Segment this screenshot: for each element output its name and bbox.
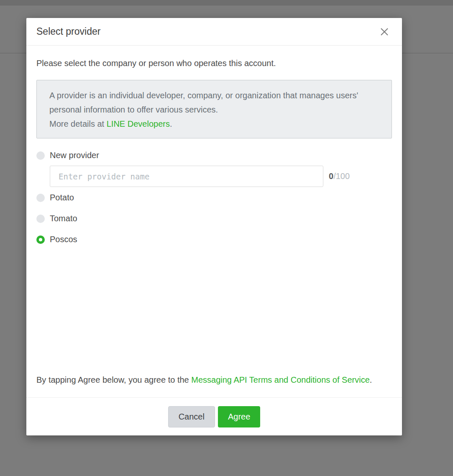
option-new-provider[interactable]: New provider	[36, 151, 392, 160]
option-label: New provider	[50, 151, 99, 160]
char-counter: 0/100	[329, 171, 350, 181]
terms-text: By tapping Agree below, you agree to the…	[36, 373, 392, 387]
agree-button[interactable]: Agree	[218, 406, 260, 427]
char-count-current: 0	[329, 171, 333, 181]
dialog-body: Please select the company or person who …	[26, 46, 402, 397]
provider-info-more: More details at LINE Developers.	[49, 117, 379, 131]
line-developers-link[interactable]: LINE Developers	[107, 119, 170, 128]
provider-name-input[interactable]	[50, 166, 323, 187]
provider-info-box: A provider is an individual developer, c…	[36, 80, 392, 138]
provider-info-text: A provider is an individual developer, c…	[49, 88, 379, 117]
dimmed-page-header-band	[0, 0, 453, 5]
option-label: Poscos	[50, 235, 77, 244]
select-provider-dialog: Select provider Please select the compan…	[26, 18, 402, 435]
radio-unselected-icon[interactable]	[36, 194, 45, 202]
cancel-button[interactable]: Cancel	[168, 406, 215, 427]
dialog-title: Select provider	[36, 26, 100, 37]
close-icon[interactable]	[379, 26, 390, 38]
option-label: Potato	[50, 193, 74, 202]
dialog-header: Select provider	[26, 18, 402, 46]
spacer	[36, 244, 392, 373]
provider-option-list: New provider 0/100 Potato Tomato Poscos	[36, 151, 392, 244]
option-label: Tomato	[50, 214, 77, 223]
provider-name-input-row: 0/100	[50, 166, 392, 187]
intro-text: Please select the company or person who …	[36, 59, 392, 68]
option-tomato[interactable]: Tomato	[36, 214, 392, 223]
radio-unselected-icon[interactable]	[36, 215, 45, 223]
char-count-max: /100	[333, 171, 350, 181]
radio-unselected-icon[interactable]	[36, 151, 45, 160]
dialog-footer: Cancel Agree	[26, 397, 402, 435]
radio-selected-icon[interactable]	[36, 235, 45, 244]
option-potato[interactable]: Potato	[36, 193, 392, 202]
option-poscos[interactable]: Poscos	[36, 235, 392, 244]
terms-link[interactable]: Messaging API Terms and Conditions of Se…	[191, 375, 370, 384]
close-x-glyph	[379, 27, 389, 37]
